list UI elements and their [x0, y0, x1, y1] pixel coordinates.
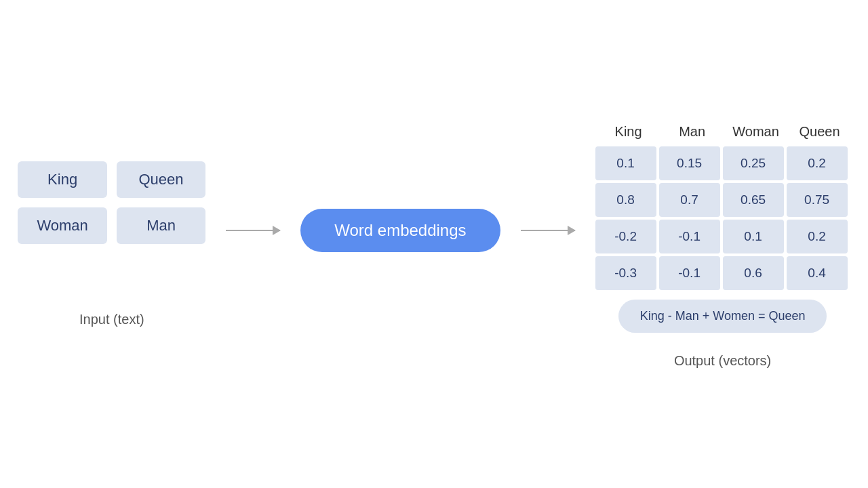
matrix-container: King Man Woman Queen 0.1 0.15 0.25 0.2 0…	[595, 120, 850, 290]
cell-1-2: 0.65	[723, 183, 784, 217]
left-arrow	[226, 230, 280, 231]
cell-2-1: -0.1	[659, 220, 720, 253]
input-words-grid: King Queen Woman Man	[18, 161, 205, 244]
diagram-container: King Queen Woman Man Input (text) Word e…	[0, 0, 868, 488]
output-label: Output (vectors)	[674, 353, 771, 369]
word-queen: Queen	[117, 161, 205, 198]
cell-1-3: 0.75	[787, 183, 848, 217]
col-header-woman: Woman	[726, 120, 787, 144]
cell-3-2: 0.6	[723, 256, 784, 290]
output-section: King Man Woman Queen 0.1 0.15 0.25 0.2 0…	[595, 120, 850, 369]
word-king: King	[18, 161, 106, 198]
cell-0-1: 0.15	[659, 146, 720, 180]
word-embeddings-box: Word embeddings	[300, 209, 500, 252]
cell-0-2: 0.25	[723, 146, 784, 180]
matrix-grid: 0.1 0.15 0.25 0.2 0.8 0.7 0.65 0.75 -0.2…	[595, 146, 850, 290]
cell-0-0: 0.1	[595, 146, 656, 180]
middle-section: Word embeddings	[300, 209, 500, 252]
col-header-man: Man	[662, 120, 723, 144]
cell-1-0: 0.8	[595, 183, 656, 217]
arrow-right-icon	[521, 230, 575, 231]
word-woman: Woman	[18, 207, 106, 244]
cell-2-2: 0.1	[723, 220, 784, 253]
arrow-left-icon	[226, 230, 280, 231]
cell-3-3: 0.4	[787, 256, 848, 290]
input-section: King Queen Woman Man Input (text)	[18, 161, 205, 327]
right-arrow	[521, 230, 575, 231]
output-area: King Man Woman Queen 0.1 0.15 0.25 0.2 0…	[595, 120, 850, 333]
col-header-queen: Queen	[789, 120, 850, 144]
matrix-header: King Man Woman Queen	[595, 120, 850, 144]
cell-1-1: 0.7	[659, 183, 720, 217]
cell-3-0: -0.3	[595, 256, 656, 290]
word-man: Man	[117, 207, 205, 244]
cell-2-0: -0.2	[595, 220, 656, 253]
cell-0-3: 0.2	[787, 146, 848, 180]
cell-2-3: 0.2	[787, 220, 848, 253]
cell-3-1: -0.1	[659, 256, 720, 290]
col-header-king: King	[598, 120, 659, 144]
input-label: Input (text)	[79, 312, 144, 327]
equation-box: King - Man + Women = Queen	[618, 300, 827, 333]
